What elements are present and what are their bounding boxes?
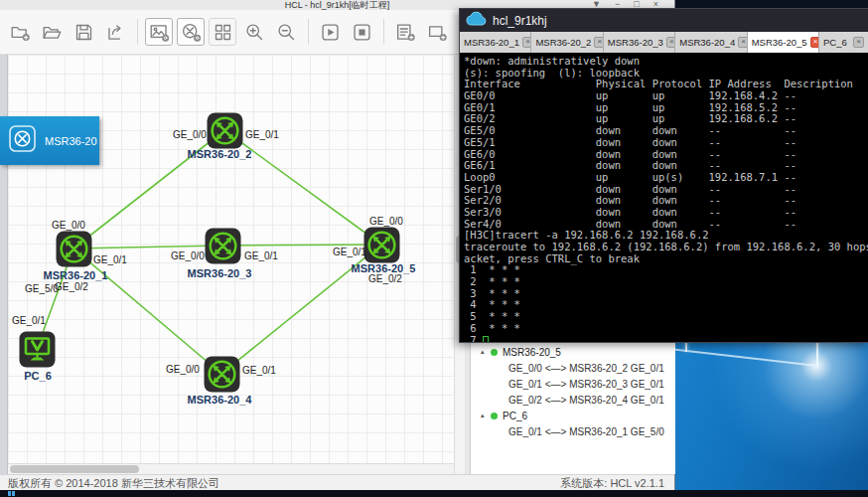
terminal-line: Loop0 up up(s) 192.168.7.1 --: [464, 172, 868, 184]
windows-taskbar[interactable]: [0, 490, 868, 497]
port-label-MSR36-20_1-GE_5/0: GE_5/0: [25, 283, 59, 294]
tree-connection[interactable]: GE_0/2 <—> MSR36-20_4 GE_0/1: [471, 392, 675, 408]
terminal-line: GE0/0 up up 192.168.4.2 --: [464, 90, 868, 102]
add-note-icon[interactable]: [391, 18, 419, 46]
new-topology-icon[interactable]: [6, 18, 34, 46]
port-label-MSR36-20_4-GE_0/0: GE_0/0: [166, 364, 200, 375]
device-MSR36-20_5[interactable]: [363, 227, 400, 263]
tree-connection[interactable]: GE_0/1 <—> MSR36-20_3 GE_0/1: [471, 376, 675, 392]
open-topology-icon[interactable]: [38, 18, 66, 46]
tab-label: PC_6: [823, 37, 847, 48]
tab-close-icon[interactable]: ×: [594, 37, 603, 48]
terminal-tab-MSR36-20_1[interactable]: MSR36-20_1×: [460, 32, 531, 53]
toolbar-separator: [383, 19, 384, 45]
terminal-tab-bar: MSR36-20_1×MSR36-20_2×MSR36-20_3×MSR36-2…: [460, 32, 868, 53]
terminal-tab-MSR36-20_4[interactable]: MSR36-20_4×: [675, 32, 747, 53]
device-status-dot: [491, 413, 498, 419]
toolbar-separator: [308, 19, 309, 45]
tree-group-MSR36-20_5[interactable]: ▴MSR36-20_5: [471, 344, 675, 360]
tab-close-icon[interactable]: ×: [666, 37, 675, 48]
desktop-wallpaper: [667, 335, 868, 490]
terminal-titlebar[interactable]: hcl_9r1khj: [460, 9, 868, 32]
port-label-PC_6-GE_0/1: GE_0/1: [12, 315, 46, 326]
tree-group-label: MSR36-20_5: [503, 347, 561, 358]
port-label-MSR36-20_2-GE_0/1: GE_0/1: [245, 129, 279, 140]
start-all-icon[interactable]: [316, 18, 344, 46]
port-label-MSR36-20_2-GE_0/0: GE_0/0: [173, 129, 207, 140]
collapse-arrow-icon[interactable]: ▴: [481, 348, 491, 356]
device-manage-icon[interactable]: [177, 18, 205, 46]
tree-connection[interactable]: GE_0/1 <—> MSR36-20_1 GE_5/0: [471, 423, 675, 439]
wallpaper-light-beam: [669, 348, 817, 367]
tab-label: MSR36-20_2: [535, 37, 591, 48]
save-topology-icon[interactable]: [70, 18, 97, 46]
terminal-line: 1 * * *: [464, 264, 868, 276]
terminal-tab-MSR36-20_5[interactable]: MSR36-20_5×: [748, 32, 819, 53]
horizontal-scroll-handle[interactable]: [10, 465, 139, 473]
terminal-line: 4 * * *: [464, 299, 868, 311]
tab-label: MSR36-20_1: [464, 37, 519, 48]
terminal-tab-MSR36-20_2[interactable]: MSR36-20_2×: [531, 32, 603, 53]
device-label-MSR36-20_4: MSR36-20_4: [188, 394, 252, 406]
terminal-line: *down: administratively down: [464, 56, 868, 68]
tile-windows-icon[interactable]: [209, 18, 236, 46]
router-palette-icon: [9, 125, 36, 156]
stop-all-icon[interactable]: [348, 18, 375, 46]
port-label-MSR36-20_3-GE_0/0: GE_0/0: [171, 250, 205, 261]
zoom-in-icon[interactable]: [240, 18, 268, 46]
palette-flyout-label: MSR36-20: [45, 135, 97, 147]
terminal-tab-MSR36-20_3[interactable]: MSR36-20_3×: [604, 32, 675, 53]
terminal-line: GE5/1 down down -- --: [464, 137, 868, 149]
device-MSR36-20_1[interactable]: [56, 231, 92, 267]
device-MSR36-20_2[interactable]: [207, 112, 243, 149]
device-MSR36-20_4[interactable]: [204, 356, 240, 393]
port-label-MSR36-20_4-GE_0/1: GE_0/1: [242, 365, 276, 376]
terminal-line: traceroute to 192.168.6.2 (192.168.6.2) …: [464, 242, 868, 253]
terminal-output[interactable]: *down: administratively down(s): spoofin…: [460, 53, 868, 342]
tab-close-icon[interactable]: ×: [853, 37, 864, 48]
terminal-cursor: [483, 336, 489, 343]
device-status-dot: [491, 349, 498, 356]
device-label-MSR36-20_2: MSR36-20_2: [188, 148, 252, 160]
tab-close-icon[interactable]: ×: [738, 37, 747, 48]
terminal-tab-PC_6[interactable]: PC_6×: [819, 32, 868, 53]
tab-close-icon[interactable]: ×: [522, 37, 531, 48]
tab-label: MSR36-20_4: [679, 37, 735, 48]
terminal-window: hcl_9r1khj MSR36-20_1×MSR36-20_2×MSR36-2…: [459, 8, 868, 343]
device-label-PC_6: PC_6: [24, 370, 52, 382]
canvas-horizontal-scrollbar[interactable]: [8, 463, 454, 474]
terminal-line: 6 * * *: [464, 323, 868, 335]
collapse-arrow-icon[interactable]: ▴: [481, 412, 491, 419]
zoom-out-icon[interactable]: [272, 18, 300, 46]
device-PC_6[interactable]: [19, 331, 56, 368]
link-MSR36-20_3-MSR36-20_5[interactable]: [222, 245, 381, 246]
windows-start-icon[interactable]: [8, 491, 15, 496]
tree-connection[interactable]: GE_0/0 <—> MSR36-20_2 GE_0/1: [471, 360, 675, 376]
device-label-MSR36-20_1: MSR36-20_1: [44, 269, 108, 281]
port-label-MSR36-20_1-GE_0/0: GE_0/0: [52, 220, 85, 231]
terminal-line: 3 * * *: [464, 288, 868, 300]
terminal-line: acket, press CTRL_C to break: [464, 253, 868, 265]
terminal-prompt-line: 7: [464, 335, 868, 343]
toolbar-separator: [137, 19, 138, 45]
device-label-MSR36-20_3: MSR36-20_3: [188, 267, 252, 279]
add-frame-icon[interactable]: [423, 18, 451, 46]
tree-group-label: PC_6: [503, 411, 527, 421]
palette-flyout-msr36-20[interactable]: MSR36-20: [0, 116, 99, 165]
version-text: 系统版本: HCL v2.1.1: [560, 476, 664, 491]
terminal-line: 5 * * *: [464, 311, 868, 323]
cloud-icon: [466, 11, 488, 30]
port-label-MSR36-20_1-GE_0/1: GE_0/1: [93, 254, 127, 265]
status-bar: 版权所有 © 2014-2018 新华三技术有限公司 系统版本: HCL v2.…: [0, 474, 674, 490]
link-MSR36-20_1-MSR36-20_3[interactable]: [73, 246, 222, 248]
tree-group-PC_6[interactable]: ▴PC_6: [471, 408, 675, 423]
port-label-MSR36-20_5-GE_0/0: GE_0/0: [369, 216, 403, 227]
tab-label: MSR36-20_3: [608, 37, 663, 48]
tab-close-icon[interactable]: ×: [810, 37, 819, 48]
port-label-MSR36-20_5-GE_0/1: GE_0/1: [333, 247, 366, 257]
terminal-title: hcl_9r1khj: [493, 14, 547, 28]
export-topology-icon[interactable]: [101, 18, 129, 46]
export-image-icon[interactable]: [145, 18, 173, 46]
port-label-MSR36-20_5-GE_0/2: GE_0/2: [368, 273, 402, 284]
device-MSR36-20_3[interactable]: [205, 228, 241, 264]
